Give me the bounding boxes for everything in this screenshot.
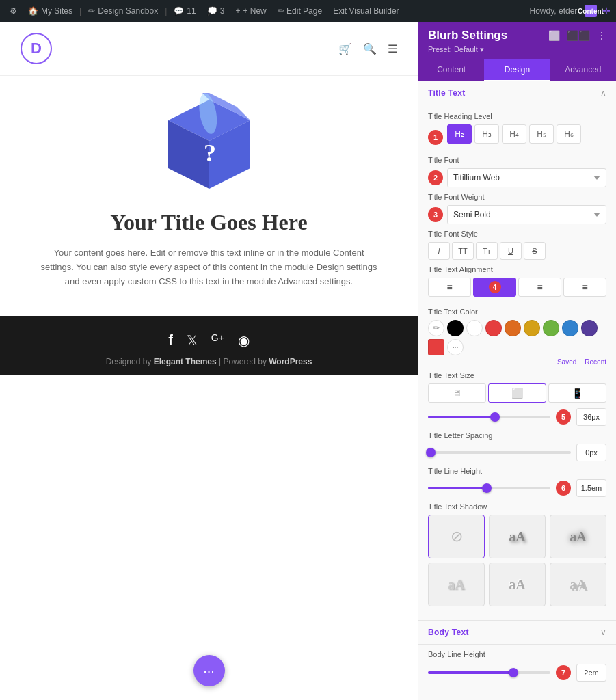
- search-icon[interactable]: 🔍: [363, 42, 377, 55]
- color-black[interactable]: [447, 320, 464, 336]
- panel-tabs: Content Design Advanced: [418, 59, 616, 81]
- shadow-style-5-btn[interactable]: aA: [550, 563, 606, 606]
- new-button[interactable]: + + New: [231, 0, 270, 22]
- pending-count[interactable]: 💭 3: [203, 0, 229, 22]
- wordpress-link[interactable]: WordPress: [269, 357, 312, 366]
- color-custom[interactable]: [428, 339, 444, 355]
- user-plus-icon[interactable]: ✛: [602, 5, 611, 16]
- small-caps-btn[interactable]: TT: [452, 242, 474, 260]
- title-font-label: Title Font: [428, 156, 606, 164]
- admin-bar: ⚙ 🏠 My Sites | ✏ Design Sandbox | 💬 11 💭…: [0, 0, 616, 22]
- color-labels: Saved Recent: [428, 358, 606, 366]
- color-white[interactable]: [466, 320, 483, 336]
- site-header: D 🛒 🔍 ☰: [0, 22, 418, 76]
- panel-header-icons: ⬜ ⬛⬛ ⋮: [548, 30, 606, 41]
- howdy-text: Howdy, etder: [530, 6, 582, 16]
- shadow-style-1-btn[interactable]: aA: [489, 515, 546, 558]
- body-section-collapse-icon: ∨: [600, 628, 606, 637]
- panel-layout-icon[interactable]: ⬛⬛: [567, 30, 590, 41]
- align-left-btn[interactable]: ≡: [428, 278, 471, 297]
- footer-icons: f 𝕏 G+ ◉: [14, 332, 404, 349]
- heading-h3-btn[interactable]: H₃: [474, 124, 499, 144]
- color-label: Title Text Color: [428, 308, 606, 316]
- color-blue[interactable]: [562, 320, 578, 336]
- heading-level-label: Title Heading Level: [428, 112, 606, 120]
- exit-builder-button[interactable]: Exit Visual Builder: [329, 0, 403, 22]
- blurb-title[interactable]: Your Title Goes Here: [110, 210, 307, 235]
- rss-icon[interactable]: ◉: [238, 332, 250, 349]
- blurb-body[interactable]: Your content goes here. Edit or remove t…: [38, 246, 380, 288]
- site-logo[interactable]: D: [21, 33, 52, 64]
- title-text-section-header[interactable]: Title Text ∧: [418, 81, 616, 105]
- tab-advanced[interactable]: Advanced: [550, 59, 616, 81]
- my-sites[interactable]: 🏠 My Sites: [24, 0, 77, 22]
- step-badge-7: 7: [556, 665, 571, 680]
- tab-design[interactable]: Design: [484, 59, 550, 81]
- shadow-grid: ⊘ aA aA aA aA aA: [428, 515, 606, 606]
- body-line-height-slider[interactable]: [428, 671, 550, 674]
- italic-btn[interactable]: I: [428, 242, 450, 260]
- settings-panel: Blurb Settings ⬜ ⬛⬛ ⋮ Preset: Default Co…: [418, 22, 616, 700]
- color-red[interactable]: [485, 320, 502, 336]
- font-weight-select[interactable]: Semi Bold: [447, 205, 606, 224]
- footer-text: Designed by Elegant Themes | Powered by …: [14, 357, 404, 366]
- edit-page-button[interactable]: ✏ Edit Page: [273, 0, 326, 22]
- line-height-value[interactable]: 1.5em: [576, 479, 606, 497]
- shadow-none-btn[interactable]: ⊘: [428, 515, 485, 558]
- color-more-btn[interactable]: ···: [447, 339, 464, 355]
- heading-h2-btn[interactable]: H₂: [447, 124, 472, 144]
- title-font-row: 2 Titillium Web: [428, 168, 606, 187]
- device-mobile-btn[interactable]: 📱: [548, 383, 606, 403]
- twitter-icon[interactable]: 𝕏: [187, 332, 198, 349]
- panel-preset[interactable]: Preset: Default: [428, 45, 606, 54]
- wp-logo[interactable]: ⚙: [5, 0, 21, 22]
- shadow-style-2-btn[interactable]: aA: [550, 515, 606, 558]
- font-style-label: Title Font Style: [428, 230, 606, 238]
- heading-h6-btn[interactable]: H₆: [557, 124, 581, 144]
- letter-spacing-slider[interactable]: [428, 451, 571, 454]
- line-height-slider[interactable]: [428, 487, 550, 489]
- google-plus-icon[interactable]: G+: [211, 332, 224, 349]
- facebook-icon[interactable]: f: [168, 332, 173, 349]
- shadow-style-3-btn[interactable]: aA: [428, 563, 485, 606]
- heading-level-row: 1 H₂ H₃ H₄ H₅ H₆: [428, 124, 606, 150]
- heading-h5-btn[interactable]: H₅: [529, 124, 554, 144]
- comments-count[interactable]: 💬 11: [170, 0, 200, 22]
- design-sandbox[interactable]: ✏ Design Sandbox: [84, 0, 162, 22]
- color-orange[interactable]: [505, 320, 521, 336]
- fab-button[interactable]: ···: [193, 655, 225, 686]
- letter-spacing-value[interactable]: 0px: [576, 444, 606, 461]
- elegant-themes-link[interactable]: Elegant Themes: [154, 357, 217, 366]
- color-green[interactable]: [543, 320, 559, 336]
- letter-spacing-slider-row: 0px: [428, 444, 606, 461]
- title-font-select[interactable]: Titillium Web: [447, 168, 606, 187]
- shadow-style-4-btn[interactable]: aA: [489, 563, 546, 606]
- user-avatar[interactable]: Content: [585, 5, 597, 17]
- device-desktop-btn[interactable]: 🖥: [428, 383, 486, 403]
- color-yellow[interactable]: [524, 320, 540, 336]
- color-picker-btn[interactable]: ✏: [428, 320, 444, 336]
- menu-icon[interactable]: ☰: [388, 42, 397, 55]
- device-buttons: 🖥 ⬜ 📱: [428, 383, 606, 403]
- color-purple[interactable]: [581, 320, 598, 336]
- body-text-section-header[interactable]: Body Text ∨: [418, 620, 616, 645]
- size-value[interactable]: 36px: [576, 408, 606, 426]
- strikethrough-btn[interactable]: S: [524, 242, 546, 260]
- blurb-image: ?: [141, 90, 278, 199]
- device-tablet-btn[interactable]: ⬜: [488, 383, 546, 403]
- title-text-section-title: Title Text: [428, 88, 466, 98]
- tab-content[interactable]: Content: [418, 59, 484, 81]
- body-line-height-value[interactable]: 2em: [576, 664, 606, 682]
- align-justify-btn[interactable]: ≡: [563, 278, 606, 297]
- align-center-btn[interactable]: 4: [473, 278, 516, 297]
- mixed-case-btn[interactable]: Tт: [476, 242, 498, 260]
- size-slider[interactable]: [428, 416, 550, 418]
- panel-more-icon[interactable]: ⋮: [597, 30, 606, 41]
- align-right-btn[interactable]: ≡: [518, 278, 561, 297]
- body-line-height-slider-row: 7 2em: [418, 664, 616, 688]
- underline-btn[interactable]: U: [500, 242, 522, 260]
- panel-settings-icon[interactable]: ⬜: [548, 30, 560, 41]
- heading-h4-btn[interactable]: H₄: [502, 124, 526, 144]
- letter-spacing-label: Title Letter Spacing: [428, 431, 606, 440]
- cart-icon[interactable]: 🛒: [338, 42, 352, 55]
